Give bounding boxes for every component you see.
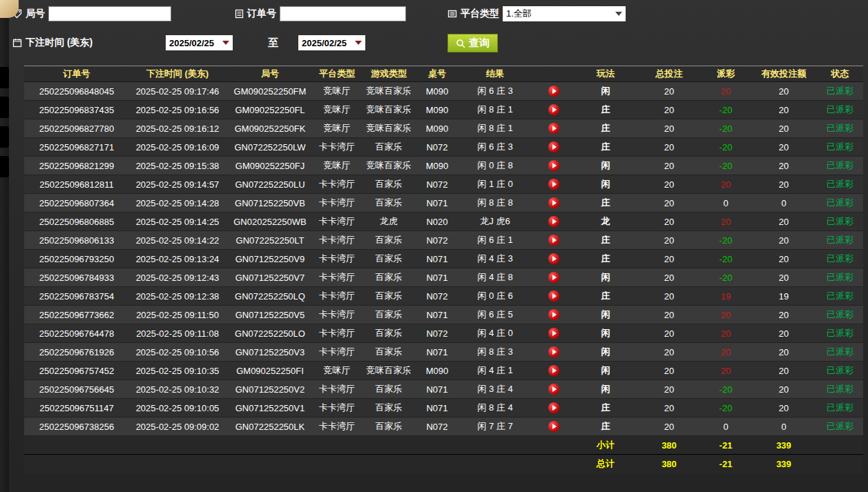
status-cell: 已派彩 [817, 324, 863, 343]
play-icon [552, 144, 557, 150]
table-number-cell: M090 [418, 362, 456, 380]
column-header: 下注时间 (美东) [129, 66, 226, 82]
result-cell: 闲 8 庄 4 [456, 399, 534, 417]
play-icon [552, 368, 557, 373]
round-number-cell: GM090252250FM [226, 82, 314, 101]
round-number-cell: GN072252250LU [226, 175, 314, 194]
round-number-cell: GN071252250V9 [226, 250, 314, 268]
collapsed-nav-block [0, 67, 9, 88]
valid-bet-cell: 20 [751, 268, 817, 287]
payout-cell: 20 [701, 362, 751, 380]
round-number-cell: GM090252250FJ [226, 157, 314, 175]
status-cell: 已派彩 [817, 380, 863, 399]
play-method-cell: 闲 [574, 175, 637, 194]
replay-cell [534, 175, 574, 194]
order-number-cell: 250225096756645 [24, 380, 129, 399]
game-type-cell: 竞咪百家乐 [360, 101, 418, 119]
replay-button[interactable] [548, 160, 559, 171]
result-cell: 闲 6 庄 5 [456, 306, 534, 324]
status-cell: 已派彩 [817, 82, 863, 101]
game-type-cell: 百家乐 [360, 268, 418, 287]
table-number-cell: N072 [418, 138, 456, 157]
replay-button[interactable] [548, 384, 559, 395]
replay-button[interactable] [548, 179, 559, 190]
platform-cell: 卡卡湾厅 [314, 231, 360, 250]
game-type-cell: 百家乐 [360, 138, 418, 157]
total-bet-cell: 20 [637, 213, 701, 231]
replay-button[interactable] [548, 272, 559, 283]
round-input[interactable] [48, 6, 171, 21]
table-row: 2502250967849332025-02-25 09:12:43GN0712… [24, 268, 863, 287]
replay-button[interactable] [548, 141, 559, 152]
play-icon [552, 163, 557, 168]
play-method-cell: 闲 [574, 82, 637, 101]
table-row: 2502250967574522025-02-25 09:10:35GM0902… [24, 362, 863, 380]
total-bet-cell: 20 [637, 268, 701, 287]
play-method-cell: 庄 [574, 119, 637, 138]
replay-button[interactable] [548, 402, 559, 413]
table-number-cell: N071 [418, 399, 456, 417]
totals-valid-bet: 339 [751, 455, 817, 473]
date-from-select[interactable]: 2025/02/25 [166, 35, 233, 50]
replay-button[interactable] [548, 309, 559, 320]
totals-label: 总计 [574, 455, 637, 473]
betting-records-screen: 局号 订单号 平台类型 1.全部 下注时间 (美东) [0, 0, 868, 492]
replay-button[interactable] [548, 365, 559, 376]
chevron-down-icon [222, 41, 229, 45]
bet-time-cell: 2025-02-25 09:14:22 [129, 231, 226, 250]
replay-button[interactable] [548, 235, 559, 246]
play-method-cell: 庄 [574, 417, 637, 436]
order-number-cell: 250225096761926 [24, 343, 129, 362]
replay-cell [534, 287, 574, 306]
total-bet-cell: 20 [637, 157, 701, 175]
bet-time-filter-group: 下注时间 (美东) [12, 37, 93, 49]
result-cell: 闲 6 庄 3 [456, 82, 534, 101]
table-number-cell: N071 [418, 306, 456, 324]
replay-button[interactable] [548, 216, 559, 227]
totals-status [817, 436, 863, 455]
table-number-cell: N071 [418, 250, 456, 268]
game-type-cell: 百家乐 [360, 287, 418, 306]
replay-button[interactable] [548, 86, 559, 97]
replay-button[interactable] [548, 421, 559, 432]
valid-bet-cell: 20 [751, 324, 817, 343]
column-header: 派彩 [701, 66, 751, 82]
result-cell: 闲 4 庄 8 [456, 268, 534, 287]
status-cell: 已派彩 [817, 250, 863, 268]
play-icon [552, 200, 557, 206]
table-number-cell: N071 [418, 268, 456, 287]
payout-cell: -20 [701, 250, 751, 268]
replay-cell [534, 417, 574, 436]
query-button[interactable]: 查询 [447, 34, 498, 52]
replay-button[interactable] [548, 197, 559, 208]
platform-select[interactable]: 1.全部 [503, 6, 626, 21]
play-method-cell: 闲 [574, 157, 637, 175]
valid-bet-cell: 20 [751, 213, 817, 231]
payout-cell: 20 [701, 213, 751, 231]
replay-cell [534, 306, 574, 324]
total-bet-cell: 20 [637, 324, 701, 343]
result-cell: 闲 7 庄 7 [456, 417, 534, 436]
play-icon [552, 88, 557, 94]
order-number-cell: 250225096738256 [24, 417, 129, 436]
total-bet-cell: 20 [637, 306, 701, 324]
date-to-select[interactable]: 2025/02/25 [298, 35, 365, 50]
replay-button[interactable] [548, 291, 559, 302]
platform-cell: 卡卡湾厅 [314, 343, 360, 362]
table-row: 2502250968068852025-02-25 09:14:25GN0202… [24, 213, 863, 231]
result-cell: 闲 4 庄 0 [456, 324, 534, 343]
query-button-label: 查询 [469, 37, 490, 50]
replay-button[interactable] [548, 104, 559, 115]
valid-bet-cell: 20 [751, 138, 817, 157]
replay-button[interactable] [548, 123, 559, 134]
order-input[interactable] [280, 6, 406, 21]
platform-cell: 竞咪厅 [314, 157, 360, 175]
replay-button[interactable] [548, 346, 559, 357]
replay-button[interactable] [548, 328, 559, 339]
replay-button[interactable] [548, 253, 559, 264]
table-row: 2502250967619262025-02-25 09:10:56GN0712… [24, 343, 863, 362]
result-cell: 闲 6 庄 3 [456, 138, 534, 157]
play-method-cell: 闲 [574, 268, 637, 287]
play-icon [552, 349, 557, 355]
game-type-cell: 竞咪百家乐 [360, 362, 418, 380]
